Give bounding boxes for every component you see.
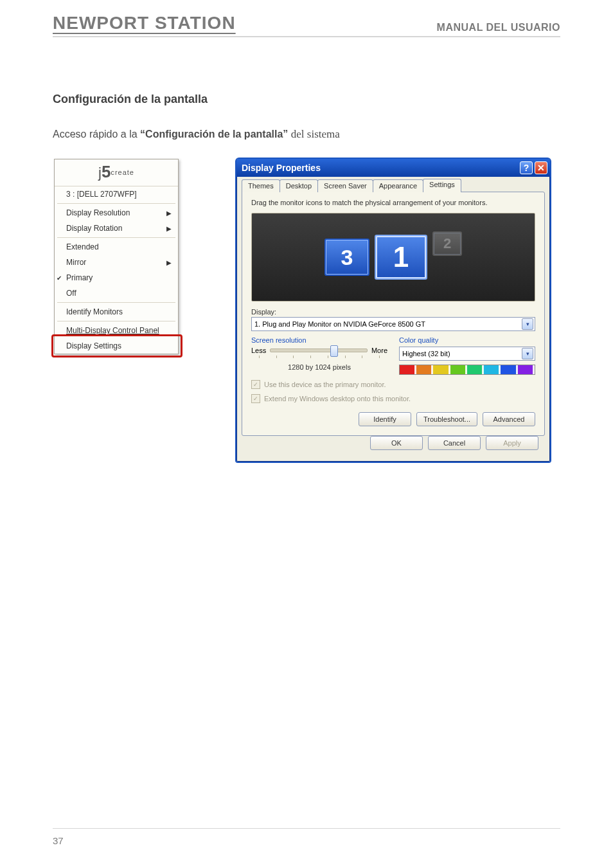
display-label: Display: — [251, 308, 535, 316]
tab-settings[interactable]: Settings — [423, 179, 461, 192]
header-left: NEWPORT STATION — [53, 13, 236, 33]
monitor-number: 2 — [443, 235, 451, 252]
tab-label: Themes — [248, 182, 274, 190]
slider-less-label: Less — [251, 347, 266, 354]
titlebar-buttons: ? ✕ — [520, 161, 547, 174]
color-quality-value: Highest (32 bit) — [402, 350, 450, 357]
brand-logo: j5create — [55, 159, 178, 186]
menu-display-resolution[interactable]: Display Resolution ▶ — [55, 205, 178, 221]
resolution-quality-row: Screen resolution Less More — [251, 336, 535, 375]
page-footer: 37 — [53, 828, 560, 846]
page-number: 37 — [53, 835, 64, 846]
menu-monitor-id[interactable]: 3 : [DELL 2707WFP] — [55, 186, 178, 202]
display-properties-dialog: Display Properties ? ✕ Themes Desktop Sc… — [235, 158, 551, 463]
submenu-arrow-icon: ▶ — [166, 259, 172, 266]
resolution-slider[interactable] — [270, 348, 368, 352]
color-quality-group: Color quality Highest (32 bit) ▾ — [399, 336, 535, 375]
monitor-1-icon[interactable]: 1 — [375, 235, 427, 280]
header-right: MANUAL DEL USUARIO — [437, 22, 560, 33]
button-label: Apply — [503, 439, 521, 447]
menu-item-label: Off — [66, 289, 76, 298]
menu-primary[interactable]: Primary — [55, 270, 178, 285]
menu-monitor-id-label: 3 : [DELL 2707WFP] — [66, 190, 137, 199]
color-quality-title: Color quality — [399, 336, 535, 344]
monitor-number: 1 — [393, 241, 409, 273]
menu-multi-display-control-panel[interactable]: Multi-Display Control Panel — [55, 323, 178, 338]
section-heading: Configuración de la pantalla — [53, 93, 560, 106]
close-button[interactable]: ✕ — [535, 161, 547, 174]
menu-item-label: Display Rotation — [66, 224, 122, 233]
monitor-arrangement-area[interactable]: 3 1 2 — [251, 213, 535, 302]
button-label: Advanced — [493, 415, 525, 423]
ok-button[interactable]: OK — [370, 436, 423, 450]
tab-label: Appearance — [379, 182, 417, 190]
menu-item-label: Display Resolution — [66, 208, 130, 217]
intro-line: Acceso rápido a la “Configuración de la … — [53, 128, 560, 141]
tab-label: Desktop — [286, 182, 312, 190]
tab-label: Settings — [429, 181, 455, 188]
submenu-arrow-icon: ▶ — [166, 210, 172, 217]
extend-desktop-checkbox[interactable]: ✓ — [251, 394, 260, 403]
slider-more-label: More — [371, 347, 387, 354]
panel-button-row: Identify Troubleshoot... Advanced — [251, 412, 535, 426]
button-label: Identify — [373, 415, 396, 423]
menu-separator — [57, 203, 175, 204]
brand-5: 5 — [102, 162, 111, 181]
menu-item-label: Identify Monitors — [66, 307, 123, 316]
tab-desktop[interactable]: Desktop — [280, 179, 318, 192]
settings-panel: Drag the monitor icons to match the phys… — [242, 192, 545, 436]
advanced-button[interactable]: Advanced — [483, 412, 535, 426]
screen-resolution-group: Screen resolution Less More — [251, 336, 387, 375]
slider-ticks — [259, 356, 380, 358]
primary-monitor-checkbox-row: ✓ Use this device as the primary monitor… — [251, 380, 535, 389]
context-menu-figure: j5create 3 : [DELL 2707WFP] Display Reso… — [53, 158, 180, 356]
context-menu: j5create 3 : [DELL 2707WFP] Display Reso… — [54, 159, 179, 354]
identify-button[interactable]: Identify — [359, 412, 411, 426]
menu-item-label: Primary — [66, 273, 93, 282]
menu-separator — [57, 237, 175, 238]
dialog-footer-buttons: OK Cancel Apply — [242, 436, 545, 455]
color-quality-dropdown[interactable]: Highest (32 bit) ▾ — [399, 347, 535, 361]
menu-separator — [57, 321, 175, 321]
chevron-down-icon: ▾ — [522, 348, 533, 359]
tab-appearance[interactable]: Appearance — [373, 179, 423, 192]
primary-monitor-checkbox[interactable]: ✓ — [251, 380, 260, 389]
tab-label: Screen Saver — [324, 182, 367, 190]
slider-thumb[interactable] — [330, 345, 338, 357]
extend-desktop-checkbox-row: ✓ Extend my Windows desktop onto this mo… — [251, 394, 535, 403]
intro-pre: Acceso rápido a la — [53, 129, 140, 140]
display-dropdown[interactable]: 1. Plug and Play Monitor on NVIDIA GeFor… — [251, 317, 535, 331]
submenu-arrow-icon: ▶ — [166, 225, 172, 232]
brand-small: create — [111, 168, 134, 176]
menu-identify-monitors[interactable]: Identify Monitors — [55, 304, 178, 320]
menu-item-label: Extended — [66, 242, 99, 251]
monitor-2-icon[interactable]: 2 — [432, 231, 462, 256]
running-header: NEWPORT STATION MANUAL DEL USUARIO — [53, 13, 560, 37]
button-label: Troubleshoot... — [423, 415, 470, 423]
menu-off[interactable]: Off — [55, 285, 178, 301]
menu-separator — [57, 302, 175, 303]
drag-instruction: Drag the monitor icons to match the phys… — [251, 199, 535, 206]
dialog-titlebar[interactable]: Display Properties ? ✕ — [236, 159, 550, 177]
dialog-title-text: Display Properties — [242, 163, 321, 173]
help-icon: ? — [524, 163, 529, 173]
menu-mirror[interactable]: Mirror ▶ — [55, 255, 178, 270]
apply-button[interactable]: Apply — [486, 436, 538, 450]
tab-strip: Themes Desktop Screen Saver Appearance S… — [242, 179, 545, 192]
menu-display-settings[interactable]: Display Settings — [55, 338, 178, 354]
button-label: OK — [391, 439, 402, 447]
monitor-number: 3 — [341, 245, 353, 270]
help-button[interactable]: ? — [520, 161, 533, 174]
cancel-button[interactable]: Cancel — [428, 436, 481, 450]
close-icon: ✕ — [537, 163, 545, 173]
chevron-down-icon: ▾ — [522, 318, 533, 330]
monitor-3-icon[interactable]: 3 — [324, 239, 369, 276]
troubleshoot-button[interactable]: Troubleshoot... — [416, 412, 477, 426]
menu-display-rotation[interactable]: Display Rotation ▶ — [55, 221, 178, 236]
extend-desktop-checkbox-label: Extend my Windows desktop onto this moni… — [264, 395, 411, 402]
tab-themes[interactable]: Themes — [242, 179, 280, 192]
dialog-body: Themes Desktop Screen Saver Appearance S… — [236, 177, 550, 462]
tab-screen-saver[interactable]: Screen Saver — [317, 179, 373, 192]
menu-extended[interactable]: Extended — [55, 239, 178, 255]
resolution-slider-row: Less More — [251, 347, 387, 354]
